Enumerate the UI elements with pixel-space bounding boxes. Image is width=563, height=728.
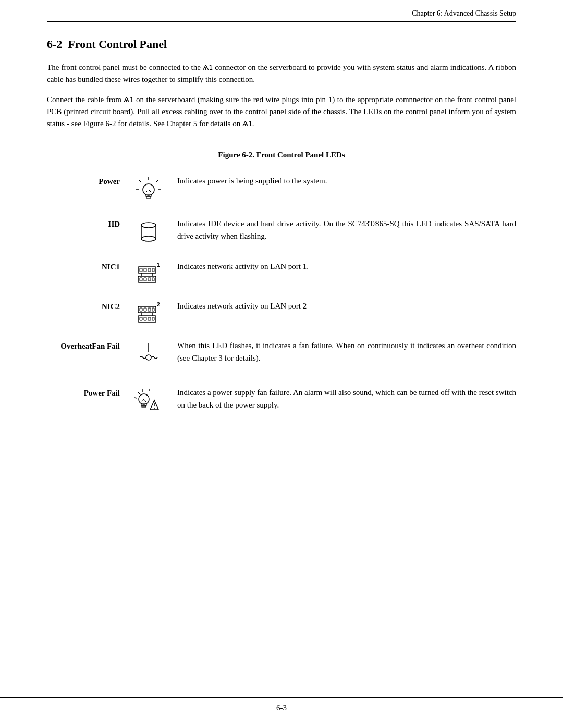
led-icon-power <box>130 175 167 203</box>
led-desc-nic2: Indicates network activity on LAN port 2 <box>167 300 516 312</box>
figure-title: Figure 6-2. Front Control Panel LEDs <box>47 151 516 159</box>
svg-text:2: 2 <box>157 302 160 307</box>
chapter-title: 6-2 Front Control Panel <box>47 38 516 51</box>
svg-rect-39 <box>152 317 154 320</box>
svg-rect-38 <box>148 317 151 320</box>
led-row-nic1: NIC1 1 <box>47 261 516 286</box>
svg-rect-23 <box>140 278 142 281</box>
led-icon-overheat <box>130 340 167 372</box>
svg-rect-29 <box>140 308 142 311</box>
led-icon-hd <box>130 218 167 246</box>
svg-rect-35 <box>138 316 156 322</box>
led-desc-hd: Indicates IDE device and hard drive acti… <box>167 218 516 242</box>
svg-rect-22 <box>138 276 156 282</box>
led-icon-nic1: 1 <box>130 261 167 286</box>
led-desc-nic1: Indicates network activity on LAN port 1… <box>167 261 516 273</box>
svg-line-8 <box>146 190 149 192</box>
led-label-hd: HD <box>47 218 130 229</box>
page-header: Chapter 6: Advanced Chassis Setup <box>47 0 516 22</box>
page: Chapter 6: Advanced Chassis Setup 6-2 Fr… <box>0 0 563 728</box>
led-desc-power: Indicates power is being supplied to the… <box>167 175 516 187</box>
svg-text:1: 1 <box>157 262 160 268</box>
led-icon-nic2: 2 <box>130 300 167 325</box>
led-row-hd: HD Indicates IDE device and hard drive a… <box>47 218 516 246</box>
paragraph-2: Connect the cable from Ѧ1 on the serverb… <box>47 94 516 130</box>
led-table: Power In <box>47 175 516 418</box>
led-desc-powerfail: Indicates a power supply fan failure. An… <box>167 387 516 411</box>
svg-point-41 <box>146 355 151 360</box>
led-row-overheat: OverheatFan Fail When this LED flashes, … <box>47 340 516 372</box>
svg-rect-24 <box>144 278 146 281</box>
svg-rect-25 <box>148 278 151 281</box>
svg-line-1 <box>156 180 158 182</box>
svg-rect-17 <box>144 268 146 272</box>
svg-line-44 <box>138 392 140 394</box>
svg-rect-50 <box>142 405 146 407</box>
svg-rect-7 <box>146 196 151 198</box>
svg-rect-32 <box>152 308 154 311</box>
svg-point-53 <box>154 408 155 409</box>
led-row-power: Power In <box>47 175 516 203</box>
page-footer: 6-3 <box>0 697 563 712</box>
led-label-powerfail: Power Fail <box>47 387 130 398</box>
header-text: Chapter 6: Advanced Chassis Setup <box>412 9 516 17</box>
svg-rect-31 <box>148 308 151 311</box>
led-label-power: Power <box>47 175 130 186</box>
svg-rect-37 <box>144 317 146 320</box>
svg-rect-26 <box>152 278 154 281</box>
led-desc-overheat: When this LED flashes, it indicates a fa… <box>167 340 516 364</box>
svg-rect-16 <box>140 268 142 272</box>
svg-line-45 <box>134 398 137 398</box>
led-row-powerfail: Power Fail <box>47 387 516 418</box>
svg-line-48 <box>144 399 146 402</box>
svg-line-3 <box>139 180 141 182</box>
svg-rect-19 <box>152 268 154 272</box>
svg-rect-15 <box>138 267 156 273</box>
svg-rect-28 <box>138 306 156 313</box>
led-label-nic2: NIC2 <box>47 300 130 311</box>
led-label-nic1: NIC1 <box>47 261 130 272</box>
svg-rect-30 <box>144 308 146 311</box>
led-label-overheat: OverheatFan Fail <box>47 340 130 351</box>
svg-line-9 <box>149 190 151 192</box>
led-icon-powerfail <box>130 387 167 418</box>
led-row-nic2: NIC2 2 <box>47 300 516 325</box>
svg-line-47 <box>142 399 144 402</box>
page-number: 6-3 <box>276 704 287 712</box>
svg-point-13 <box>141 236 156 241</box>
svg-rect-18 <box>148 268 151 272</box>
svg-point-10 <box>141 223 156 228</box>
paragraph-1: The front control panel must be connecte… <box>47 61 516 86</box>
svg-rect-36 <box>140 317 142 320</box>
